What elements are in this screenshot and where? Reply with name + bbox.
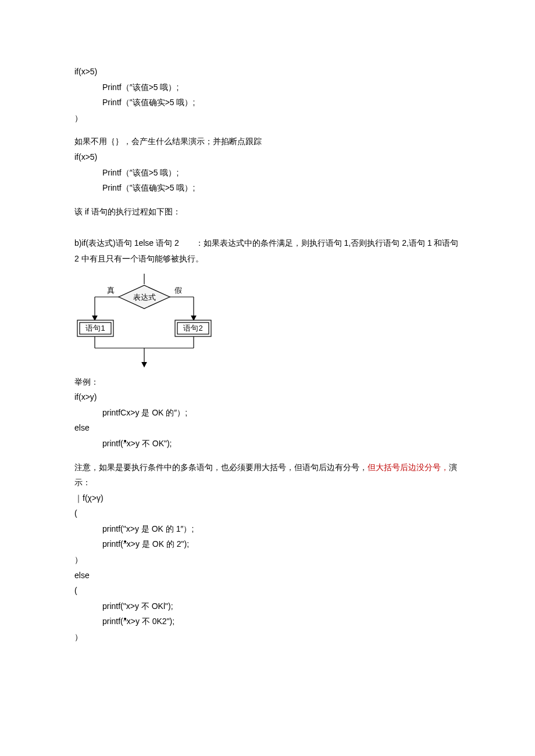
code-line: ( <box>74 583 461 599</box>
code-line: ） <box>74 552 461 568</box>
text-run: 注意，如果是要执行条件中的多条语句，也必须要用大括号，但语句后边有分号， <box>74 463 368 472</box>
paragraph: 注意，如果是要执行条件中的多条语句，也必须要用大括号，但语句后边有分号，但大括号… <box>74 460 461 490</box>
code-line: ） <box>74 629 461 645</box>
code-line: if(x>y) <box>74 389 461 405</box>
flowchart-diagram: 表达式 真 假 语句1 语句2 <box>74 274 461 370</box>
code-line: printf(ᵜx>y 是 OK 的 2"); <box>74 536 461 552</box>
flow-stmt2-text: 语句2 <box>183 324 202 332</box>
code-line: printf("x>y 是 OK 的 1″）; <box>74 521 461 537</box>
code-line: printfCx>y 是 OK 的″）; <box>74 405 461 421</box>
flow-false-label: 假 <box>174 286 182 295</box>
code-line: printf("x>y 不 OKl"); <box>74 599 461 614</box>
flow-stmt1-text: 语句1 <box>85 324 105 332</box>
code-line: Printf（"该值确实>5 哦）; <box>74 95 461 110</box>
flow-true-label: 真 <box>107 286 115 295</box>
code-line: else <box>74 568 461 583</box>
code-line: ( <box>74 506 461 521</box>
document-page: if(x>5) Printf（″该值>5 哦）; Printf（"该值确实>5 … <box>0 0 535 756</box>
code-line: ｜f(χ>γ) <box>74 490 461 506</box>
paragraph: b)if(表达式)语句 1else 语句 2 ：如果表达式中的条件满足，则执行语… <box>74 235 461 266</box>
code-line: Printf（"该值确实>5 哦）; <box>74 180 461 196</box>
code-line: printf(ᵜx>y 不 OK"); <box>74 436 461 452</box>
flow-condition-text: 表达式 <box>133 293 156 302</box>
paragraph: 如果不用｛｝，会产生什么结果演示；并掐断点跟踪 <box>74 134 461 149</box>
code-line: if(x>5) <box>74 64 461 80</box>
code-line: Printf（″该值>5 哦）; <box>74 165 461 181</box>
code-line: if(x>5) <box>74 149 461 165</box>
text-run-highlight: 但大括号后边没分号， <box>368 463 449 472</box>
paragraph: 该 if 语句的执行过程如下图： <box>74 204 461 220</box>
code-line: Printf（″该值>5 哦）; <box>74 80 461 95</box>
code-line: else <box>74 420 461 436</box>
paragraph: 举例： <box>74 374 461 390</box>
code-line: ） <box>74 110 461 126</box>
code-line: printf(ᵜx>y 不 0K2"); <box>74 614 461 629</box>
